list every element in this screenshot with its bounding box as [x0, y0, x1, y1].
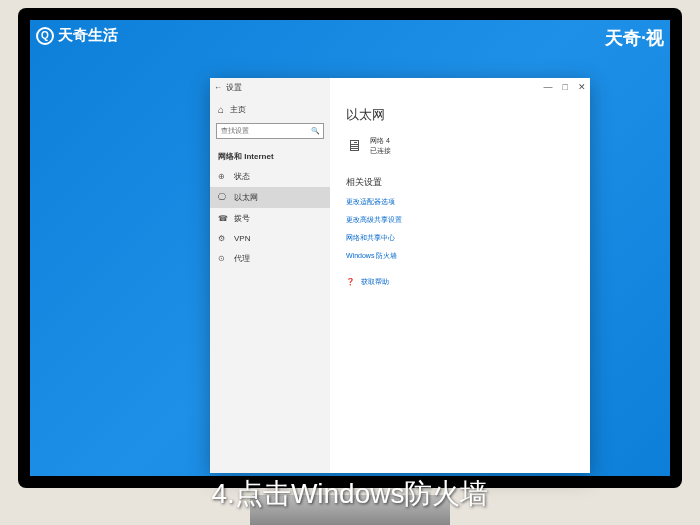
- maximize-button[interactable]: □: [563, 82, 568, 92]
- watermark-top-left: Q 天奇生活: [36, 26, 118, 45]
- monitor-frame: Q 天奇生活 天奇·视 ← 设置 — □ ✕ ⌂ 主页: [18, 8, 682, 488]
- network-icon: 🖥: [346, 137, 362, 155]
- video-caption: 4.点击Windows防火墙: [0, 475, 700, 513]
- vpn-icon: ⚙: [218, 234, 228, 243]
- window-title: 设置: [226, 82, 242, 93]
- sidebar-item-ethernet[interactable]: 🖵 以太网: [210, 187, 330, 208]
- desktop-screen: Q 天奇生活 天奇·视 ← 设置 — □ ✕ ⌂ 主页: [30, 20, 670, 476]
- sidebar-item-label: 拨号: [234, 213, 250, 224]
- proxy-icon: ⊙: [218, 254, 228, 263]
- sidebar-home[interactable]: ⌂ 主页: [210, 100, 330, 119]
- sidebar-item-label: VPN: [234, 234, 250, 243]
- sidebar: ⌂ 主页 查找设置 网络和 Internet ⊕ 状态 🖵 以太网 ☎ 拨号: [210, 78, 330, 473]
- link-adapter-options[interactable]: 更改适配器选项: [346, 197, 574, 207]
- watermark-text: 天奇生活: [58, 26, 118, 45]
- sidebar-item-label: 以太网: [234, 192, 258, 203]
- sidebar-item-label: 代理: [234, 253, 250, 264]
- titlebar: ← 设置 — □ ✕: [210, 78, 590, 96]
- related-settings-title: 相关设置: [346, 176, 574, 189]
- ethernet-icon: 🖵: [218, 193, 228, 202]
- watermark-icon: Q: [36, 27, 54, 45]
- link-network-center[interactable]: 网络和共享中心: [346, 233, 574, 243]
- get-help-link[interactable]: ❓ 获取帮助: [346, 277, 574, 287]
- sidebar-item-label: 状态: [234, 171, 250, 182]
- settings-window: ← 设置 — □ ✕ ⌂ 主页 查找设置 网络和 Internet: [210, 78, 590, 473]
- back-icon[interactable]: ←: [214, 83, 222, 92]
- sidebar-item-status[interactable]: ⊕ 状态: [210, 166, 330, 187]
- page-title: 以太网: [346, 106, 574, 124]
- close-button[interactable]: ✕: [578, 82, 586, 92]
- link-sharing-options[interactable]: 更改高级共享设置: [346, 215, 574, 225]
- help-icon: ❓: [346, 278, 355, 286]
- watermark-top-right: 天奇·视: [605, 26, 664, 50]
- search-placeholder: 查找设置: [221, 126, 249, 136]
- sidebar-item-dialup[interactable]: ☎ 拨号: [210, 208, 330, 229]
- content-panel: 以太网 🖥 网络 4 已连接 相关设置 更改适配器选项 更改高级共享设置 网络和…: [330, 78, 590, 473]
- network-card[interactable]: 🖥 网络 4 已连接: [346, 136, 574, 156]
- sidebar-category: 网络和 Internet: [210, 147, 330, 166]
- link-windows-firewall[interactable]: Windows 防火墙: [346, 251, 574, 261]
- network-name: 网络 4: [370, 136, 391, 146]
- sidebar-item-proxy[interactable]: ⊙ 代理: [210, 248, 330, 269]
- dialup-icon: ☎: [218, 214, 228, 223]
- search-input[interactable]: 查找设置: [216, 123, 324, 139]
- network-status: 已连接: [370, 146, 391, 156]
- sidebar-item-vpn[interactable]: ⚙ VPN: [210, 229, 330, 248]
- status-icon: ⊕: [218, 172, 228, 181]
- home-label: 主页: [230, 104, 246, 115]
- home-icon: ⌂: [218, 104, 224, 115]
- help-label: 获取帮助: [361, 277, 389, 287]
- minimize-button[interactable]: —: [544, 82, 553, 92]
